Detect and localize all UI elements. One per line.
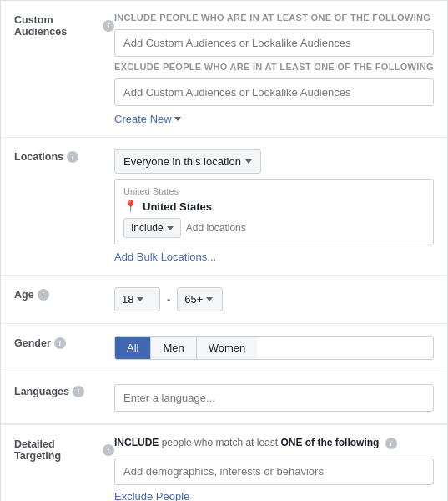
languages-label: Languages i bbox=[14, 384, 114, 397]
add-bulk-label: Add Bulk Locations... bbox=[114, 250, 216, 263]
exclude-people-link[interactable]: Exclude People bbox=[114, 490, 434, 501]
locations-label: Locations i bbox=[14, 149, 114, 163]
include-dropdown[interactable]: Include bbox=[123, 218, 181, 238]
exclude-label: Exclude People bbox=[114, 490, 189, 501]
gender-content: All Men Women bbox=[114, 336, 434, 360]
age-info-icon[interactable]: i bbox=[38, 289, 49, 301]
dt-heading-prefix: INCLUDE bbox=[114, 437, 159, 448]
locations-info-icon[interactable]: i bbox=[67, 151, 78, 163]
detailed-targeting-info-icon[interactable]: i bbox=[103, 444, 114, 456]
create-new-chevron-icon bbox=[174, 117, 181, 121]
languages-content bbox=[114, 384, 434, 412]
age-row: Age i 18 - 65+ bbox=[1, 276, 447, 324]
location-box: United States 📍 United States Include bbox=[114, 179, 434, 245]
add-locations-input[interactable] bbox=[186, 222, 425, 234]
detailed-targeting-input[interactable] bbox=[114, 458, 434, 485]
age-max-chevron-icon bbox=[206, 297, 213, 301]
age-max-dropdown[interactable]: 65+ bbox=[177, 287, 223, 311]
location-country-label: United States bbox=[123, 186, 425, 196]
age-max-value: 65+ bbox=[184, 293, 203, 306]
languages-row: Languages i bbox=[1, 372, 447, 424]
gender-text: Gender bbox=[14, 337, 51, 349]
include-audiences-input[interactable] bbox=[114, 29, 434, 57]
gender-all-button[interactable]: All bbox=[115, 337, 151, 359]
gender-info-icon[interactable]: i bbox=[54, 337, 66, 349]
locations-text: Locations bbox=[14, 151, 63, 163]
locations-content: Everyone in this location United States … bbox=[114, 149, 434, 263]
location-scope-chevron-icon bbox=[245, 159, 252, 164]
create-new-label: Create New bbox=[114, 113, 172, 125]
gender-women-button[interactable]: Women bbox=[197, 337, 258, 359]
gender-button-group: All Men Women bbox=[114, 336, 434, 360]
locations-row: Locations i Everyone in this location Un… bbox=[1, 138, 447, 276]
languages-text: Languages bbox=[14, 386, 69, 397]
detailed-targeting-label: Detailed Targeting i bbox=[14, 437, 114, 462]
age-min-chevron-icon bbox=[137, 297, 143, 301]
languages-info-icon[interactable]: i bbox=[73, 386, 84, 397]
age-min-dropdown[interactable]: 18 bbox=[114, 287, 160, 311]
age-content: 18 - 65+ bbox=[114, 287, 434, 311]
location-scope-label: Everyone in this location bbox=[123, 155, 241, 168]
custom-audiences-info-icon[interactable]: i bbox=[103, 20, 114, 32]
age-controls: 18 - 65+ bbox=[114, 287, 434, 311]
include-label: Include bbox=[131, 222, 164, 234]
include-heading: INCLUDE people who are in at least ONE o… bbox=[114, 13, 434, 23]
exclude-audiences-input[interactable] bbox=[114, 78, 434, 106]
age-label: Age i bbox=[14, 287, 114, 301]
custom-audiences-label: Custom Audiences i bbox=[14, 13, 114, 38]
age-separator: - bbox=[167, 293, 170, 306]
age-text: Age bbox=[14, 289, 34, 301]
gender-row: Gender i All Men Women bbox=[1, 324, 447, 372]
dt-heading-middle: people who match at least bbox=[162, 437, 278, 448]
languages-input[interactable] bbox=[114, 384, 434, 412]
include-chevron-icon bbox=[167, 226, 174, 230]
detailed-targeting-text: Detailed Targeting bbox=[14, 438, 99, 462]
location-controls: Include bbox=[123, 218, 425, 238]
create-new-link[interactable]: Create New bbox=[114, 113, 434, 125]
pin-icon: 📍 bbox=[123, 200, 138, 213]
age-min-value: 18 bbox=[122, 293, 133, 306]
detailed-targeting-row: Detailed Targeting i INCLUDE people who … bbox=[1, 424, 447, 501]
add-bulk-locations-link[interactable]: Add Bulk Locations... bbox=[114, 250, 434, 263]
custom-audiences-text: Custom Audiences bbox=[14, 14, 99, 38]
location-name: United States bbox=[143, 200, 212, 213]
dt-heading-suffix: ONE of the following bbox=[280, 437, 379, 448]
custom-audiences-row: Custom Audiences i INCLUDE people who ar… bbox=[1, 1, 447, 138]
location-scope-dropdown[interactable]: Everyone in this location bbox=[114, 149, 261, 174]
gender-men-button[interactable]: Men bbox=[151, 337, 196, 359]
custom-audiences-content: INCLUDE people who are in at least ONE o… bbox=[114, 13, 434, 125]
dt-heading-info-icon[interactable]: i bbox=[385, 438, 397, 449]
gender-label: Gender i bbox=[14, 336, 114, 349]
location-item: 📍 United States bbox=[123, 200, 425, 213]
detailed-targeting-content: INCLUDE people who match at least ONE of… bbox=[114, 437, 434, 501]
detailed-targeting-heading: INCLUDE people who match at least ONE of… bbox=[114, 437, 434, 449]
exclude-heading: EXCLUDE people who are in at least ONE o… bbox=[114, 62, 434, 72]
